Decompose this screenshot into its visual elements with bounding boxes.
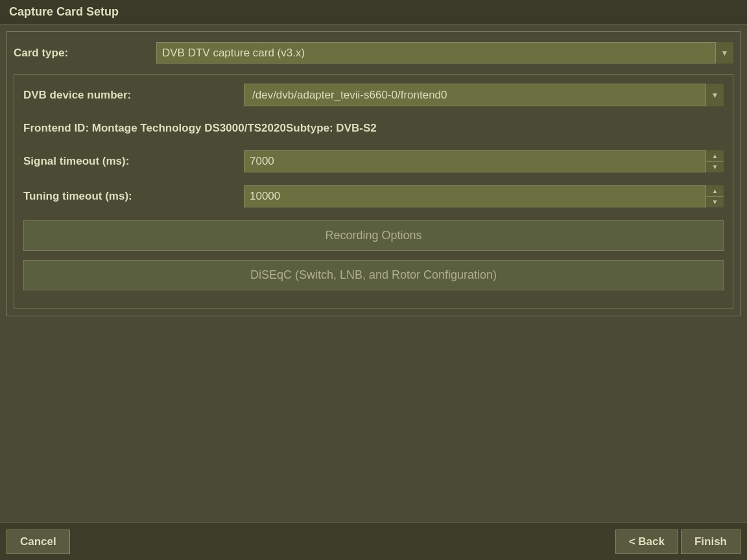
card-type-row: Card type: DVB DTV capture card (v3.x) ▼ <box>14 38 733 67</box>
signal-timeout-up-button[interactable]: ▲ <box>706 150 724 162</box>
tuning-timeout-down-button[interactable]: ▼ <box>706 197 724 208</box>
content-spacer <box>6 316 741 516</box>
dvb-device-input-wrapper: /dev/dvb/adapter_tevii-s660-0/frontend0 … <box>244 84 724 106</box>
dvb-device-label: DVB device number: <box>23 89 244 102</box>
dvb-device-row: DVB device number: /dev/dvb/adapter_tevi… <box>23 84 724 106</box>
recording-options-button[interactable]: Recording Options <box>23 220 724 251</box>
right-buttons: < Back Finish <box>615 530 741 554</box>
main-content: Card type: DVB DTV capture card (v3.x) ▼… <box>0 25 747 522</box>
frontend-id-info: Frontend ID: Montage Technology DS3000/T… <box>23 122 377 134</box>
tuning-timeout-spinbox-buttons: ▲ ▼ <box>706 185 724 207</box>
inner-panel: DVB device number: /dev/dvb/adapter_tevi… <box>14 74 733 309</box>
diseqc-button[interactable]: DiSEqC (Switch, LNB, and Rotor Configura… <box>23 260 724 290</box>
signal-timeout-row: Signal timeout (ms): ▲ ▼ <box>23 150 724 172</box>
tuning-timeout-up-button[interactable]: ▲ <box>706 185 724 197</box>
signal-timeout-down-button[interactable]: ▼ <box>706 162 724 173</box>
signal-timeout-label: Signal timeout (ms): <box>23 155 244 168</box>
card-type-select-wrapper: DVB DTV capture card (v3.x) ▼ <box>156 42 733 64</box>
tuning-timeout-row: Tuning timeout (ms): ▲ ▼ <box>23 185 724 207</box>
title-bar: Capture Card Setup <box>0 0 747 25</box>
window: Capture Card Setup Card type: DVB DTV ca… <box>0 0 747 560</box>
back-button[interactable]: < Back <box>615 530 678 554</box>
tuning-timeout-input[interactable] <box>244 185 724 207</box>
cancel-button[interactable]: Cancel <box>6 530 70 554</box>
tuning-timeout-label: Tuning timeout (ms): <box>23 190 244 203</box>
finish-button[interactable]: Finish <box>681 530 741 554</box>
card-type-select[interactable]: DVB DTV capture card (v3.x) <box>156 42 733 64</box>
signal-timeout-spinbox: ▲ ▼ <box>244 150 724 172</box>
frontend-id-row: Frontend ID: Montage Technology DS3000/T… <box>23 119 724 137</box>
tuning-timeout-spinbox: ▲ ▼ <box>244 185 724 207</box>
card-outer-panel: Card type: DVB DTV capture card (v3.x) ▼… <box>6 31 741 316</box>
bottom-bar: Cancel < Back Finish <box>0 522 747 560</box>
window-title: Capture Card Setup <box>9 5 119 18</box>
dvb-device-select[interactable]: /dev/dvb/adapter_tevii-s660-0/frontend0 <box>244 84 724 106</box>
signal-timeout-spinbox-buttons: ▲ ▼ <box>706 150 724 172</box>
signal-timeout-input[interactable] <box>244 150 724 172</box>
card-type-label: Card type: <box>14 47 156 60</box>
